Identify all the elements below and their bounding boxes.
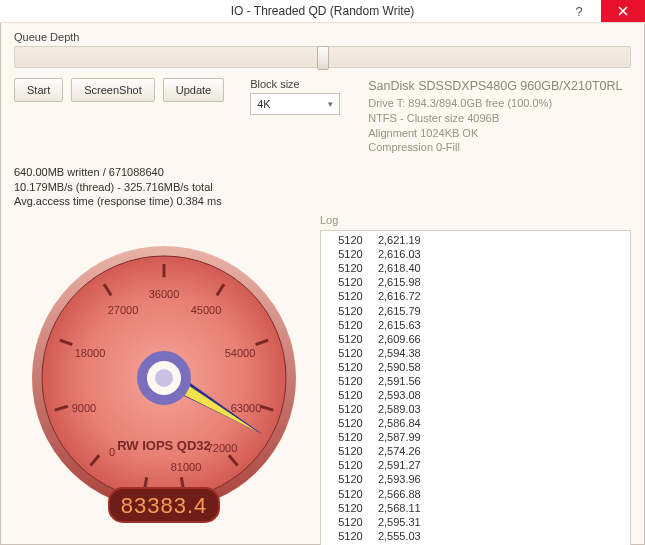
queue-depth-label: Queue Depth — [14, 31, 631, 43]
help-button[interactable]: ? — [557, 0, 601, 22]
titlebar-controls: ? — [557, 0, 645, 22]
gauge-readout: 83383.4 — [121, 493, 208, 518]
block-size-group: Block size 4K ▾ — [250, 78, 340, 115]
log-line: 5120 2,555.03 — [329, 529, 628, 543]
log-panel: Log 5120 2,621.19 5120 2,616.03 5120 2,6… — [320, 214, 631, 545]
controls-row: Start ScreenShot Update Block size 4K ▾ … — [14, 78, 631, 155]
log-line: 5120 2,609.66 — [329, 332, 628, 346]
gauge-label: RW IOPS QD32 — [117, 438, 211, 453]
svg-text:36000: 36000 — [149, 288, 180, 300]
block-size-select[interactable]: 4K ▾ — [250, 93, 340, 115]
log-label: Log — [320, 214, 631, 226]
svg-text:27000: 27000 — [108, 304, 139, 316]
svg-point-27 — [155, 369, 173, 387]
log-line: 5120 2,615.79 — [329, 304, 628, 318]
svg-text:63000: 63000 — [231, 402, 262, 414]
stats-throughput: 10.179MB/s (thread) - 325.716MB/s total — [14, 180, 631, 194]
log-line: 5120 2,615.98 — [329, 275, 628, 289]
log-line: 5120 2,615.63 — [329, 318, 628, 332]
stats-latency: Avg.access time (response time) 0.384 ms — [14, 194, 631, 208]
log-line: 5120 2,591.27 — [329, 458, 628, 472]
drive-compression: Compression 0-Fill — [368, 140, 622, 155]
titlebar: IO - Threaded QD (Random Write) ? — [0, 0, 645, 23]
svg-text:72000: 72000 — [207, 442, 238, 454]
drive-alignment: Alignment 1024KB OK — [368, 126, 622, 141]
screenshot-button[interactable]: ScreenShot — [71, 78, 154, 102]
window-title: IO - Threaded QD (Random Write) — [0, 4, 645, 18]
svg-text:45000: 45000 — [191, 304, 222, 316]
drive-name: SanDisk SDSSDXPS480G 960GB/X210T0RL — [368, 78, 622, 95]
log-line: 5120 2,595.31 — [329, 515, 628, 529]
gauge: 0 9000 18000 27000 36000 45000 54000 630… — [14, 214, 314, 545]
log-line: 5120 2,574.26 — [329, 444, 628, 458]
drive-fs: NTFS - Cluster size 4096B — [368, 111, 622, 126]
drive-info: SanDisk SDSSDXPS480G 960GB/X210T0RL Driv… — [368, 78, 622, 155]
svg-text:0: 0 — [109, 446, 115, 458]
main-row: 0 9000 18000 27000 36000 45000 54000 630… — [14, 214, 631, 545]
log-line: 5120 2,591.56 — [329, 374, 628, 388]
log-line: 5120 2,593.96 — [329, 472, 628, 486]
log-line: 5120 2,568.11 — [329, 501, 628, 515]
app-window: IO - Threaded QD (Random Write) ? Queue … — [0, 0, 645, 545]
stats: 640.00MB written / 671088640 10.179MB/s … — [14, 165, 631, 208]
log-line: 5120 2,621.19 — [329, 233, 628, 247]
log-line: 5120 2,593.08 — [329, 388, 628, 402]
log-line: 5120 2,616.03 — [329, 247, 628, 261]
queue-depth-slider[interactable] — [14, 46, 631, 68]
drive-space: Drive T: 894.3/894.0GB free (100.0%) — [368, 96, 622, 111]
svg-text:54000: 54000 — [225, 347, 256, 359]
log-line: 5120 2,566.88 — [329, 487, 628, 501]
block-size-value: 4K — [257, 98, 270, 110]
block-size-label: Block size — [250, 78, 340, 90]
log-line: 5120 2,594.38 — [329, 346, 628, 360]
content: Queue Depth Start ScreenShot Update Bloc… — [0, 23, 645, 545]
chevron-down-icon: ▾ — [328, 99, 333, 109]
start-button[interactable]: Start — [14, 78, 63, 102]
svg-text:18000: 18000 — [75, 347, 106, 359]
slider-thumb[interactable] — [317, 46, 329, 70]
close-button[interactable] — [601, 0, 645, 22]
log-line: 5120 2,590.58 — [329, 360, 628, 374]
close-icon — [618, 6, 628, 16]
log-list[interactable]: 5120 2,621.19 5120 2,616.03 5120 2,618.4… — [320, 230, 631, 545]
log-line: 5120 2,618.40 — [329, 261, 628, 275]
stats-written: 640.00MB written / 671088640 — [14, 165, 631, 179]
gauge-svg: 0 9000 18000 27000 36000 45000 54000 630… — [14, 218, 314, 545]
log-line: 5120 2,587.99 — [329, 430, 628, 444]
svg-text:9000: 9000 — [72, 402, 96, 414]
svg-text:81000: 81000 — [171, 461, 202, 473]
log-line: 5120 2,616.72 — [329, 289, 628, 303]
log-line: 5120 2,586.84 — [329, 416, 628, 430]
update-button[interactable]: Update — [163, 78, 224, 102]
log-line: 5120 2,589.03 — [329, 402, 628, 416]
